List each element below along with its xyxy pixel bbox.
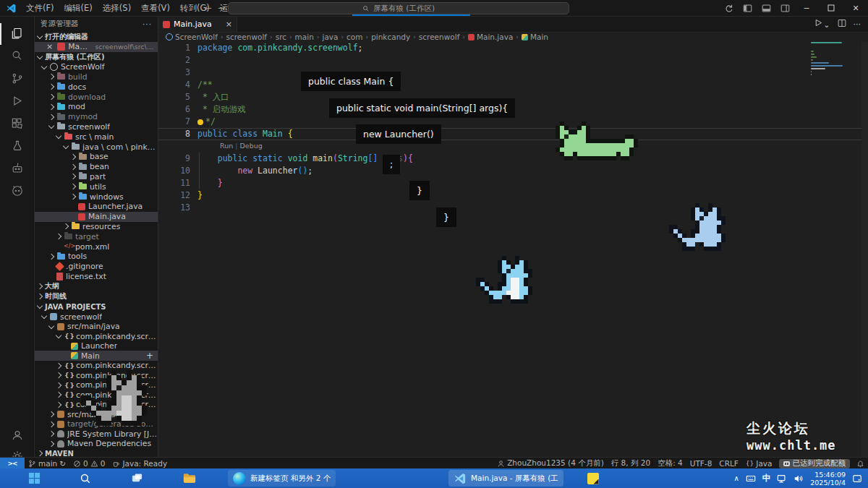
split-editor-icon[interactable]	[838, 19, 846, 30]
minimize-button[interactable]: ─	[794, 0, 819, 16]
minimap[interactable]	[811, 42, 844, 80]
close-editor-icon[interactable]: ×	[46, 42, 53, 51]
eol-item[interactable]: CRLF	[715, 458, 742, 469]
lightbulb-icon[interactable]	[197, 119, 203, 125]
sticky-notes-icon[interactable]	[584, 470, 601, 487]
explorer-more-actions-icon[interactable]: ···	[142, 20, 152, 28]
code-line-11[interactable]: 11 }	[158, 177, 868, 189]
java-status-item[interactable]: Java: Ready	[109, 458, 171, 469]
language-mode-item[interactable]: {}Java	[742, 458, 776, 469]
java-projects-section[interactable]: JAVA PROJECTS	[35, 301, 158, 312]
tree-item-base[interactable]: base	[35, 152, 158, 162]
new-file-plus-icon[interactable]: +	[146, 351, 153, 361]
breadcrumb-com[interactable]: com	[346, 33, 362, 41]
tree-item-bean[interactable]: bean	[35, 162, 158, 172]
problems-item[interactable]: 0 0	[69, 458, 109, 469]
tree-item-download[interactable]: download	[35, 92, 158, 102]
code-line-1[interactable]: 1package com.pinkcandy.screenwolf;	[158, 42, 868, 54]
vscode-window-group[interactable]: Main.java - 屏幕有狼 (工	[448, 470, 563, 487]
tree-item-jre-system-library-javase-21-[interactable]: JRE System Library [JavaSE-21]	[35, 429, 158, 439]
tree-item-src-main[interactable]: src \ main	[35, 132, 158, 142]
open-editor-main-java[interactable]: × Main.java screenwolf\src\main\java\com…	[35, 42, 158, 52]
tree-item-java-com-pinkcandy-screenwolf[interactable]: java \ com \ pinkcandy \ screenwolf	[35, 142, 158, 152]
codelens-run[interactable]: Run	[220, 142, 233, 150]
tree-item-license.txt[interactable]: license.txt	[35, 272, 158, 282]
breadcrumb-main.java[interactable]: Main.java	[468, 33, 513, 41]
tree-item-pom.xml[interactable]: </>pom.xml	[35, 241, 158, 252]
code-line-6[interactable]: 6 * 启动游戏	[158, 103, 868, 116]
tree-item-main.java[interactable]: Main.java	[35, 212, 158, 222]
copilot-quota-item[interactable]: 已达到完成配额	[779, 459, 851, 468]
sprite-wolf-blue-sitting[interactable]	[665, 199, 669, 203]
forward-arrow-icon[interactable]: →	[218, 3, 225, 13]
editor-more-actions-icon[interactable]: ···	[854, 20, 861, 29]
code-line-9[interactable]: 9 public static void main(String[] args)…	[158, 153, 868, 165]
account-icon[interactable]	[0, 424, 34, 446]
code-line-4[interactable]: 4/**	[158, 79, 868, 91]
menu-item-1[interactable]: 编辑(E)	[59, 3, 98, 13]
codelens-run-debug[interactable]: Run | Debug	[158, 140, 868, 153]
workspace-section[interactable]: 屏幕有狼 (工作区)	[35, 52, 158, 62]
extensions-icon[interactable]	[0, 113, 34, 134]
open-editors-section[interactable]: 打开的编辑器	[35, 32, 158, 42]
tree-item-screenwolf[interactable]: screenwolf	[35, 122, 158, 132]
tree-item-resources[interactable]: resources	[35, 222, 158, 232]
run-debug-icon[interactable]	[0, 90, 34, 112]
ime-indicator[interactable]: 中	[762, 473, 771, 484]
breadcrumb-main[interactable]: main	[295, 33, 314, 41]
toggle-secondary-sidebar-icon[interactable]	[775, 0, 794, 16]
codelens-debug[interactable]: Debug	[239, 142, 262, 150]
code-line-13[interactable]: 13	[158, 202, 868, 214]
tree-item-src-main-resources[interactable]: src/main/resources	[35, 409, 158, 419]
outline-section[interactable]: 大纲	[35, 281, 158, 291]
maximize-button[interactable]	[819, 0, 843, 16]
tree-item-maven-dependencies[interactable]: Maven Dependencies	[35, 439, 158, 449]
tab-main-java[interactable]: Main.java ×	[158, 16, 237, 32]
breadcrumb-screenwolf[interactable]: screenwolf	[419, 33, 460, 41]
cursor-position-item[interactable]: 行 8, 列 20	[608, 458, 654, 469]
task-view-icon[interactable]	[129, 470, 145, 487]
encoding-item[interactable]: UTF-8	[686, 458, 716, 469]
tree-item-windows[interactable]: windows	[35, 192, 158, 202]
sprite-wolf-green-lying[interactable]	[551, 117, 556, 121]
menu-item-2[interactable]: 选择(S)	[98, 3, 136, 13]
tree-item-launcher.java[interactable]: Launcher.java	[35, 202, 158, 212]
breadcrumb-screenwolf[interactable]: screenwolf	[226, 33, 268, 41]
tree-item-part[interactable]: part	[35, 172, 158, 182]
scrollbar-gutter[interactable]	[861, 42, 868, 457]
tree-item-screenwolf[interactable]: ScreenWolf	[35, 62, 158, 72]
command-center-search[interactable]: 屏幕有狼 (工作区)	[228, 2, 569, 14]
github-icon[interactable]	[0, 180, 34, 202]
tree-item-utils[interactable]: utils	[35, 181, 158, 192]
code-line-7[interactable]: 7*/	[158, 116, 868, 128]
taskbar-search-icon[interactable]	[77, 470, 93, 487]
code-editor[interactable]: 1package com.pinkcandy.screenwolf;234/**…	[158, 42, 868, 457]
tab-close-icon[interactable]: ×	[226, 20, 232, 29]
tree-item-main[interactable]: Main+	[35, 351, 158, 361]
tree-item-com.pinkcandy.screenwolf.windows[interactable]: { }com.pinkcandy.screenwolf.windows	[35, 400, 158, 410]
git-blame-item[interactable]: ZhouZhou1235 (4 个月前)	[493, 458, 608, 469]
tree-item-tools[interactable]: tools	[35, 252, 158, 262]
breadcrumb-java[interactable]: java	[322, 33, 338, 41]
code-line-5[interactable]: 5 * 入口	[158, 91, 868, 103]
run-java-icon[interactable]: ⌄	[814, 18, 830, 30]
tree-item-mymod[interactable]: mymod	[35, 112, 158, 122]
indentation-item[interactable]: 空格: 4	[654, 458, 686, 469]
edge-window-group[interactable]: 新建标签页 和另外 2 个	[228, 470, 336, 487]
tree-item-com.pinkcandy.screenwolf.utils[interactable]: { }com.pinkcandy.screenwolf.utils	[35, 390, 158, 400]
tree-item-com.pinkcandy.screenwolf.part[interactable]: { }com.pinkcandy.screenwolf.part	[35, 380, 158, 390]
code-line-8[interactable]: 8public class Main {	[158, 128, 868, 140]
taskbar-clock[interactable]: 15:46:09 2025/10/4	[810, 471, 846, 487]
tree-item-.gitignore[interactable]: .gitignore	[35, 262, 158, 272]
sprite-wolf-cyan-sitting[interactable]	[472, 252, 476, 256]
tree-item-target[interactable]: target	[35, 231, 158, 241]
tree-item-launcher[interactable]: Launcher	[35, 341, 158, 351]
code-line-2[interactable]: 2	[158, 54, 868, 67]
breadcrumb-src[interactable]: src	[276, 33, 286, 41]
sync-layout-icon[interactable]	[719, 0, 738, 16]
source-control-icon[interactable]	[0, 68, 34, 90]
tree-item-com.pinkcandy.screenwolf.bean[interactable]: { }com.pinkcandy.screenwolf.bean	[35, 370, 158, 380]
tree-item-com.pinkcandy.screenwolf[interactable]: { }com.pinkcandy.screenwolf	[35, 331, 158, 341]
close-button[interactable]: ✕	[843, 0, 868, 16]
tree-item-com.pinkcandy.screenwolf.base[interactable]: { }com.pinkcandy.screenwolf.base	[35, 361, 158, 371]
